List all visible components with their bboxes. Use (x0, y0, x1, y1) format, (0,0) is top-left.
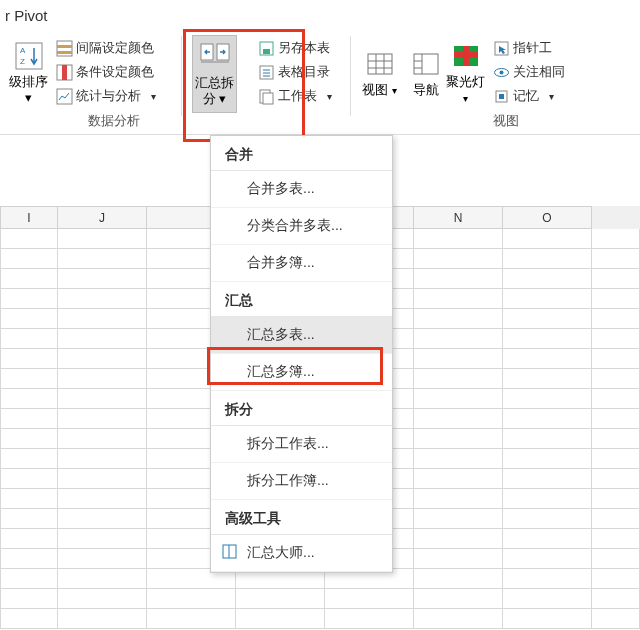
grid-cell[interactable] (503, 529, 592, 549)
grid-cell[interactable] (58, 449, 147, 469)
grid-cell[interactable] (0, 349, 58, 369)
grid-cell[interactable] (414, 609, 503, 629)
memory-button[interactable]: 记忆 ▾ (489, 85, 582, 107)
grid-cell[interactable] (58, 409, 147, 429)
grid-cell[interactable] (0, 329, 58, 349)
merge-tables-item[interactable]: 合并多表... (211, 171, 392, 208)
grid-cell[interactable] (58, 349, 147, 369)
col-header[interactable]: N (414, 206, 503, 229)
grid-cell[interactable] (414, 349, 503, 369)
grid-cell[interactable] (592, 589, 640, 609)
grid-cell[interactable] (503, 349, 592, 369)
grid-cell[interactable] (592, 289, 640, 309)
grid-cell[interactable] (503, 249, 592, 269)
spotlight-button[interactable]: 聚光灯 ▾ (443, 34, 488, 112)
grid-cell[interactable] (58, 229, 147, 249)
grid-cell[interactable] (0, 589, 58, 609)
grid-cell[interactable] (0, 609, 58, 629)
grid-cell[interactable] (414, 249, 503, 269)
grid-cell[interactable] (592, 349, 640, 369)
split-worksheet-item[interactable]: 拆分工作表... (211, 426, 392, 463)
grid-cell[interactable] (592, 229, 640, 249)
grid-cell[interactable] (503, 489, 592, 509)
stat-analysis-button[interactable]: 统计与分析 ▾ (52, 85, 175, 107)
grid-cell[interactable] (503, 369, 592, 389)
grid-cell[interactable] (58, 529, 147, 549)
col-header[interactable]: O (503, 206, 592, 229)
grid-cell[interactable] (503, 329, 592, 349)
grid-cell[interactable] (503, 609, 592, 629)
grid-cell[interactable] (325, 589, 414, 609)
summary-split-button[interactable]: 汇总拆分 ▾ (192, 35, 237, 113)
grid-cell[interactable] (414, 449, 503, 469)
grid-cell[interactable] (414, 329, 503, 349)
grid-cell[interactable] (592, 489, 640, 509)
grid-cell[interactable] (592, 549, 640, 569)
grid-cell[interactable] (236, 589, 325, 609)
grid-cell[interactable] (414, 269, 503, 289)
grid-cell[interactable] (414, 429, 503, 449)
grid-cell[interactable] (236, 609, 325, 629)
grid-cell[interactable] (414, 469, 503, 489)
grid-cell[interactable] (592, 609, 640, 629)
grid-cell[interactable] (414, 509, 503, 529)
grid-cell[interactable] (0, 249, 58, 269)
grid-cell[interactable] (58, 389, 147, 409)
grid-cell[interactable] (592, 569, 640, 589)
grid-cell[interactable] (58, 569, 147, 589)
grid-cell[interactable] (414, 409, 503, 429)
grid-cell[interactable] (503, 309, 592, 329)
grid-cell[interactable] (503, 509, 592, 529)
grid-cell[interactable] (0, 489, 58, 509)
save-table-button[interactable]: 另存本表 (254, 37, 344, 59)
follow-same-button[interactable]: 关注相同 (489, 61, 582, 83)
grid-cell[interactable] (592, 429, 640, 449)
grid-cell[interactable] (592, 409, 640, 429)
grid-cell[interactable] (0, 289, 58, 309)
grid-cell[interactable] (503, 389, 592, 409)
grid-cell[interactable] (0, 309, 58, 329)
grid-cell[interactable] (325, 609, 414, 629)
grid-cell[interactable] (0, 569, 58, 589)
category-merge-item[interactable]: 分类合并多表... (211, 208, 392, 245)
grid-cell[interactable] (58, 329, 147, 349)
grid-cell[interactable] (414, 569, 503, 589)
grid-cell[interactable] (0, 269, 58, 289)
grid-cell[interactable] (592, 389, 640, 409)
grid-cell[interactable] (592, 449, 640, 469)
grid-cell[interactable] (147, 589, 236, 609)
grid-cell[interactable] (414, 289, 503, 309)
interval-color-button[interactable]: 间隔设定颜色 (52, 37, 175, 59)
grid-cell[interactable] (58, 369, 147, 389)
grid-cell[interactable] (58, 249, 147, 269)
grid-cell[interactable] (0, 389, 58, 409)
grid-cell[interactable] (58, 269, 147, 289)
grid-cell[interactable] (503, 569, 592, 589)
grid-cell[interactable] (592, 509, 640, 529)
summary-tables-item[interactable]: 汇总多表... (211, 317, 392, 354)
grid-cell[interactable] (592, 249, 640, 269)
merge-workbooks-item[interactable]: 合并多簿... (211, 245, 392, 282)
grid-cell[interactable] (503, 229, 592, 249)
grid-cell[interactable] (58, 589, 147, 609)
grid-cell[interactable] (58, 309, 147, 329)
grid-cell[interactable] (58, 549, 147, 569)
grid-cell[interactable] (58, 509, 147, 529)
grid-cell[interactable] (58, 489, 147, 509)
grid-cell[interactable] (503, 589, 592, 609)
grid-cell[interactable] (414, 309, 503, 329)
grid-cell[interactable] (503, 549, 592, 569)
grid-cell[interactable] (58, 609, 147, 629)
grid-cell[interactable] (0, 369, 58, 389)
grid-cell[interactable] (414, 369, 503, 389)
col-header[interactable]: J (58, 206, 147, 229)
summary-workbooks-item[interactable]: 汇总多簿... (211, 354, 392, 391)
grid-cell[interactable] (58, 469, 147, 489)
grid-cell[interactable] (0, 549, 58, 569)
grid-cell[interactable] (414, 229, 503, 249)
grid-cell[interactable] (0, 469, 58, 489)
grid-cell[interactable] (147, 609, 236, 629)
pointer-tool-button[interactable]: 指针工 (489, 37, 582, 59)
table-toc-button[interactable]: 表格目录 (254, 61, 344, 83)
grid-cell[interactable] (0, 409, 58, 429)
